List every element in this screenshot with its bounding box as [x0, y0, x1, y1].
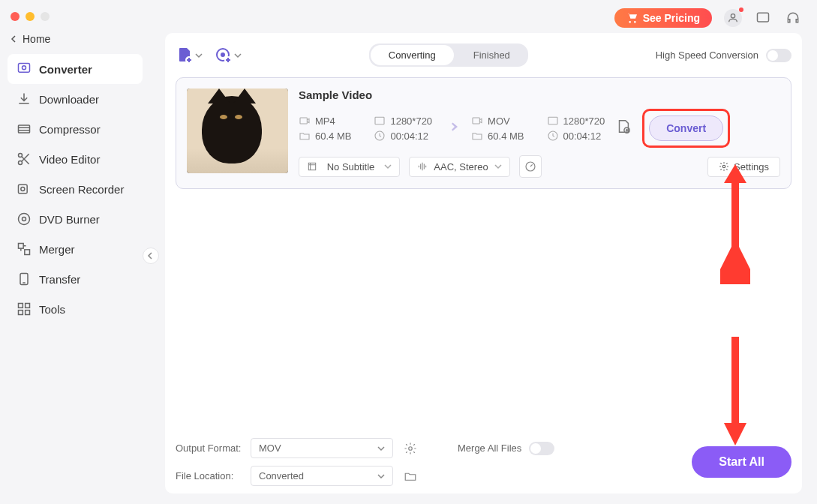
- sidebar-item-video-editor[interactable]: Video Editor: [8, 144, 143, 174]
- add-file-icon: [176, 46, 194, 64]
- svg-rect-23: [375, 117, 384, 124]
- video-thumbnail[interactable]: [187, 88, 288, 173]
- video-icon: [299, 115, 311, 127]
- svg-point-3: [19, 154, 23, 158]
- home-nav[interactable]: Home: [0, 27, 150, 51]
- convert-highlight: Convert: [642, 109, 730, 148]
- sidebar-item-label: Downloader: [39, 93, 99, 106]
- main-area: See Pricing Conv: [150, 0, 817, 504]
- clock-icon: [547, 130, 559, 142]
- tab-finished[interactable]: Finished: [455, 44, 528, 67]
- grid-icon: [17, 302, 32, 316]
- header-right: High Speed Conversion: [656, 49, 791, 62]
- svg-rect-15: [26, 310, 30, 315]
- sidebar-item-label: Tools: [39, 303, 65, 316]
- high-speed-toggle[interactable]: [766, 49, 791, 62]
- window-controls: [0, 6, 150, 27]
- svg-rect-25: [473, 118, 479, 124]
- chevron-down-icon: [384, 163, 392, 170]
- file-location-dropdown[interactable]: Converted: [251, 466, 393, 486]
- output-format-row: Output Format: MOV Merge All Files: [176, 438, 554, 458]
- see-pricing-button[interactable]: See Pricing: [614, 8, 712, 28]
- minimize-window-button[interactable]: [26, 12, 35, 21]
- tab-converting[interactable]: Converting: [371, 45, 454, 65]
- source-info: MP4 60.4 MB 1280*720 00:04:12: [299, 115, 432, 142]
- meta-row: MP4 60.4 MB 1280*720 00:04:12 MOV 60.4 M…: [299, 109, 780, 148]
- speed-button[interactable]: [519, 155, 542, 178]
- output-format-dropdown[interactable]: MOV: [251, 438, 393, 458]
- collapse-sidebar-button[interactable]: [143, 248, 159, 264]
- record-icon: [17, 182, 32, 196]
- sidebar-item-dvd-burner[interactable]: DVD Burner: [8, 204, 143, 234]
- support-button[interactable]: [784, 9, 802, 27]
- svg-point-8: [23, 218, 26, 221]
- task-title: Sample Video: [299, 88, 780, 101]
- svg-point-4: [19, 161, 23, 165]
- file-location-label: File Location:: [176, 470, 243, 482]
- merge-toggle[interactable]: [529, 442, 554, 455]
- see-pricing-label: See Pricing: [643, 12, 700, 24]
- disc-icon: [17, 212, 32, 226]
- sidebar-item-label: Compressor: [39, 123, 101, 136]
- folder-icon: [404, 470, 417, 483]
- status-tabs: Converting Finished: [369, 44, 528, 67]
- conversion-task: Sample Video MP4 60.4 MB 1280*720 00:04:…: [176, 77, 791, 189]
- svg-rect-29: [308, 163, 315, 170]
- dst-resolution: 1280*720: [547, 115, 605, 127]
- scissors-icon: [17, 152, 32, 166]
- close-window-button[interactable]: [11, 12, 20, 21]
- dst-size: 60.4 MB: [471, 130, 524, 142]
- src-size: 60.4 MB: [299, 130, 351, 142]
- sidebar-item-tools[interactable]: Tools: [8, 294, 143, 324]
- sidebar-item-screen-recorder[interactable]: Screen Recorder: [8, 174, 143, 204]
- svg-point-7: [19, 214, 30, 225]
- high-speed-label: High Speed Conversion: [656, 50, 758, 61]
- arrow-icon: [443, 118, 461, 139]
- edit-icon: [615, 118, 632, 135]
- sidebar-item-compressor[interactable]: Compressor: [8, 114, 143, 144]
- maximize-window-button[interactable]: [41, 12, 50, 21]
- open-folder-button[interactable]: [401, 466, 420, 486]
- resolution-icon: [547, 115, 559, 127]
- audio-dropdown[interactable]: AAC, Stereo: [409, 157, 510, 177]
- chevron-down-icon: [494, 163, 502, 170]
- edit-params-button[interactable]: [615, 118, 632, 138]
- add-disc-button[interactable]: [215, 46, 242, 64]
- svg-rect-5: [19, 184, 28, 194]
- sidebar-item-label: Transfer: [39, 273, 80, 286]
- cart-icon: [626, 12, 638, 24]
- svg-rect-0: [19, 64, 30, 73]
- src-duration: 00:04:12: [374, 130, 432, 142]
- sidebar-item-converter[interactable]: Converter: [8, 54, 143, 84]
- user-icon: [727, 12, 739, 24]
- svg-rect-26: [548, 117, 557, 124]
- subtitle-value: No Subtitle: [327, 161, 375, 172]
- task-controls: No Subtitle AAC, Stereo Settings: [299, 155, 780, 178]
- sidebar-item-label: Converter: [39, 63, 92, 76]
- settings-button[interactable]: Settings: [707, 157, 780, 177]
- chevron-down-icon: [234, 52, 242, 59]
- convert-button[interactable]: Convert: [649, 116, 723, 141]
- chat-icon: [755, 10, 770, 26]
- svg-rect-2: [19, 125, 30, 133]
- svg-point-6: [21, 188, 25, 191]
- compressor-icon: [17, 122, 32, 136]
- headset-icon: [785, 10, 800, 26]
- feedback-button[interactable]: [754, 9, 772, 27]
- add-file-button[interactable]: [176, 46, 203, 64]
- folder-icon: [471, 130, 483, 142]
- start-all-button[interactable]: Start All: [692, 446, 791, 478]
- header-left: [176, 46, 242, 64]
- gear-icon: [719, 161, 729, 172]
- settings-label: Settings: [734, 161, 769, 172]
- chevron-down-icon: [377, 472, 385, 480]
- output-settings-button[interactable]: [401, 439, 420, 458]
- sidebar-item-downloader[interactable]: Downloader: [8, 84, 143, 114]
- home-label: Home: [23, 33, 50, 45]
- sidebar-item-transfer[interactable]: Transfer: [8, 264, 143, 294]
- account-button[interactable]: [724, 9, 742, 27]
- svg-point-31: [722, 165, 725, 168]
- annotation-arrow-2: [720, 333, 750, 446]
- sidebar-item-merger[interactable]: Merger: [8, 234, 143, 264]
- subtitle-dropdown[interactable]: No Subtitle: [299, 157, 400, 177]
